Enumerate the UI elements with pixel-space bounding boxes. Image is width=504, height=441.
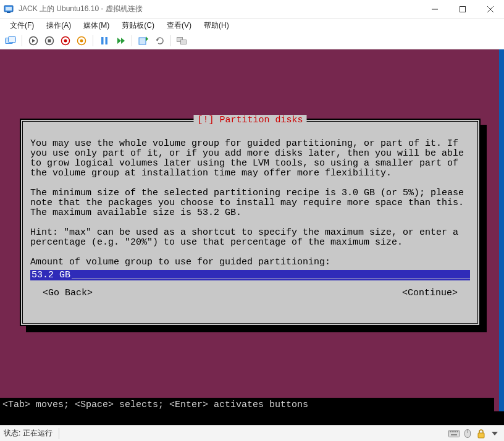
toolbar-separator xyxy=(170,35,171,46)
dialog-para1: You may use the whole volume group for g… xyxy=(30,138,469,178)
enhanced-session-button[interactable] xyxy=(175,34,189,48)
svg-rect-35 xyxy=(478,433,484,438)
toolbar-separator xyxy=(132,35,132,46)
svg-rect-4 xyxy=(460,6,465,12)
svg-rect-18 xyxy=(106,37,108,44)
svg-rect-12 xyxy=(48,39,51,42)
window-title: JACK 上的 Ubuntu16.10 - 虚拟机连接 xyxy=(17,4,421,14)
title-bar: JACK 上的 Ubuntu16.10 - 虚拟机连接 xyxy=(0,0,504,19)
mouse-icon xyxy=(462,428,473,439)
svg-point-14 xyxy=(64,39,67,42)
svg-rect-1 xyxy=(6,7,12,10)
menu-action[interactable]: 操作(A) xyxy=(40,19,77,32)
status-divider xyxy=(59,428,59,439)
close-button[interactable] xyxy=(476,0,504,19)
revert-button[interactable] xyxy=(153,34,166,48)
svg-rect-27 xyxy=(450,431,451,432)
svg-rect-30 xyxy=(455,431,456,432)
menu-media[interactable]: 媒体(M) xyxy=(77,19,116,32)
svg-rect-8 xyxy=(9,36,16,42)
input-fill: ________________________________________… xyxy=(72,270,470,280)
chevron-down-icon[interactable] xyxy=(489,428,500,439)
svg-point-16 xyxy=(80,39,83,42)
turnoff-button[interactable] xyxy=(43,34,56,48)
lock-icon xyxy=(476,428,487,439)
svg-rect-28 xyxy=(452,431,453,432)
menu-help[interactable]: 帮助(H) xyxy=(198,19,235,32)
svg-rect-29 xyxy=(453,431,455,432)
menu-clipboard[interactable]: 剪贴板(C) xyxy=(116,19,161,32)
svg-marker-19 xyxy=(117,38,121,44)
pause-button[interactable] xyxy=(98,34,111,48)
app-icon xyxy=(4,4,14,14)
ctrl-alt-del-button[interactable] xyxy=(4,34,17,48)
svg-marker-20 xyxy=(121,38,125,44)
menu-bar: 文件(F) 操作(A) 媒体(M) 剪贴板(C) 查看(V) 帮助(H) xyxy=(0,19,504,32)
reset-button[interactable] xyxy=(114,34,127,48)
dialog-body: You may use the whole volume group for g… xyxy=(30,129,470,267)
svg-rect-25 xyxy=(181,40,187,44)
svg-marker-10 xyxy=(32,39,35,43)
menu-file[interactable]: 文件(F) xyxy=(4,19,40,32)
svg-marker-36 xyxy=(492,432,498,435)
keyboard-icon xyxy=(448,428,460,439)
volume-size-input[interactable]: 53.2 GB_________________________________… xyxy=(30,270,470,280)
shutdown-button[interactable] xyxy=(59,34,72,48)
dialog-prompt: Amount of volume group to use for guided… xyxy=(30,257,330,267)
dialog-buttons: <Go Back> <Continue> xyxy=(30,288,470,298)
svg-marker-22 xyxy=(146,36,148,41)
volume-size-value: 53.2 GB xyxy=(30,270,72,280)
svg-rect-31 xyxy=(457,431,458,432)
continue-button[interactable]: <Continue> xyxy=(402,288,458,298)
minimize-button[interactable] xyxy=(421,0,448,19)
checkpoint-button[interactable] xyxy=(136,34,150,48)
keyboard-hint: <Tab> moves; <Space> selects; <Enter> ac… xyxy=(0,398,494,411)
svg-rect-21 xyxy=(139,38,146,44)
window-controls xyxy=(421,0,504,19)
dialog-para3: Hint: "max" can be used as a shortcut to… xyxy=(30,227,464,248)
vm-screen[interactable]: [!] Partition disks You may use the whol… xyxy=(0,49,504,425)
maximize-button[interactable] xyxy=(448,0,476,19)
start-button[interactable] xyxy=(27,34,40,48)
toolbar xyxy=(0,32,504,49)
svg-rect-32 xyxy=(451,434,457,435)
save-button[interactable] xyxy=(75,34,88,48)
svg-rect-2 xyxy=(7,12,10,13)
vm-desktop: [!] Partition disks You may use the whol… xyxy=(0,49,504,411)
dialog-title: [!] Partition disks xyxy=(193,115,306,125)
toolbar-separator xyxy=(93,35,93,46)
go-back-button[interactable]: <Go Back> xyxy=(43,288,93,298)
status-bar: 状态: 正在运行 xyxy=(0,425,504,441)
dialog-para2: The minimum size of the selected partiti… xyxy=(30,188,469,218)
toolbar-separator xyxy=(22,35,22,46)
status-value: 正在运行 xyxy=(23,428,52,439)
menu-view[interactable]: 查看(V) xyxy=(161,19,198,32)
status-label: 状态: xyxy=(4,428,20,439)
partition-dialog: [!] Partition disks You may use the whol… xyxy=(20,119,481,326)
svg-rect-17 xyxy=(101,37,104,44)
